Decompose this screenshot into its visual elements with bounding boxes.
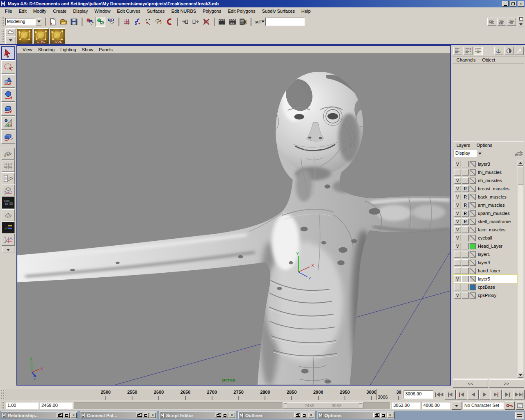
shelf-item-ctrl[interactable]: CTRL [33,28,49,44]
step-forward-key-button[interactable] [491,390,502,399]
layer-name[interactable]: Head_Layer [477,244,517,249]
layer-row[interactable]: thi_muscles [454,168,517,176]
menu-create[interactable]: Create [50,8,70,14]
make-live-button[interactable] [164,17,174,27]
layer-color-swatch[interactable] [470,284,476,290]
channel-layout-1-button[interactable] [453,47,462,55]
layer-visibility-toggle[interactable]: V [454,202,461,208]
layer-row[interactable]: VHead_Layer [454,242,517,250]
menu-set-selector[interactable]: Modeling [5,18,42,25]
layer-row[interactable]: Vlayer3 [454,160,517,168]
maximize-button[interactable] [510,1,516,7]
new-scene-button[interactable] [48,17,58,27]
menu-edit-nurbs[interactable]: Edit NURBS [168,8,200,14]
layer-color-swatch[interactable] [470,202,476,208]
rotate-tool-button[interactable] [1,88,15,102]
object-menu[interactable]: Object [479,57,498,62]
shelf-menu-button[interactable] [5,37,16,44]
select-tool-button[interactable] [1,46,15,60]
maximize-button[interactable] [301,413,307,418]
layer-visibility-toggle[interactable]: V [454,185,461,192]
toolbar-grip[interactable] [1,16,4,27]
menu-subdiv-surfaces[interactable]: Subdiv Surfaces [259,8,298,14]
layer-display-type-toggle[interactable] [462,235,469,241]
close-button[interactable]: × [71,413,77,418]
restore-button[interactable] [57,413,63,418]
layout-single-perspective-button[interactable] [2,148,15,160]
range-slider-handle[interactable]: 2459 3053 [283,402,363,409]
layer-row[interactable]: layer1 [454,250,517,258]
layer-name[interactable]: layer1 [477,252,517,257]
layer-row[interactable]: Vface_muscles [454,226,517,234]
move-tool-button[interactable] [1,74,15,88]
show-manipulator-tool-button[interactable] [1,116,15,130]
layer-display-type-toggle[interactable]: R [462,185,469,192]
close-button[interactable]: × [308,413,314,418]
layout-graph-editor-button[interactable] [2,234,15,246]
menu-edit-curves[interactable]: Edit Curves [114,8,144,14]
step-back-frame-button[interactable] [445,390,456,399]
layer-mode-selector[interactable]: Display [454,150,483,157]
menu-modify[interactable]: Modify [30,8,50,14]
toolbar-window-button[interactable] [518,16,524,21]
snap-to-surfaces-button[interactable] [154,17,164,27]
layer-display-type-toggle[interactable] [462,251,469,258]
layer-color-swatch[interactable] [470,194,476,200]
layer-color-swatch[interactable] [470,178,476,184]
range-slider-grip[interactable] [1,402,4,410]
layout-hypershade-persp-button[interactable] [2,197,15,209]
layer-color-swatch[interactable] [470,268,476,274]
layer-color-swatch[interactable] [470,219,476,225]
layer-visibility-toggle[interactable] [454,251,461,258]
current-frame-field[interactable]: 3006.00 [404,390,433,399]
viewport-menu-panels[interactable]: Panels [96,47,116,52]
layer-name[interactable]: cpsProxy [477,293,517,298]
minimized-window-outliner[interactable]: Outliner × [238,411,315,419]
animation-end-field[interactable]: 4000.00 [422,402,450,409]
layer-visibility-toggle[interactable]: V [454,210,461,217]
menu-help[interactable]: Help [298,8,314,14]
show-channel-box-button[interactable] [507,18,516,26]
channel-layout-3-button[interactable] [474,47,483,55]
layer-list-scrollbar[interactable] [518,160,523,378]
quick-select-input[interactable] [265,18,305,26]
layer-name[interactable]: hand_layer [477,268,517,273]
auto-keyframe-button[interactable] [505,402,515,410]
step-back-key-button[interactable] [456,390,467,399]
layer-display-type-toggle[interactable] [462,243,469,249]
layer-visibility-toggle[interactable]: V [454,194,461,200]
layer-display-type-toggle[interactable] [462,267,469,274]
layer-color-swatch[interactable] [470,276,476,282]
maximize-button[interactable] [222,413,228,418]
layout-four-view-button[interactable] [2,160,15,172]
layout-persp-outliner-button[interactable] [2,172,15,184]
layer-visibility-toggle[interactable]: V [454,177,461,184]
maximize-button[interactable] [143,413,149,418]
restore-button[interactable] [294,413,300,418]
output-connections-button[interactable] [191,17,201,27]
show-attribute-editor-button[interactable] [487,18,496,26]
layer-display-type-toggle[interactable]: R [462,194,469,200]
shelf-item-tool[interactable]: TOOL [50,28,65,44]
manip-speed-button[interactable] [515,47,524,55]
3d-scene[interactable]: y x z y x z persp [17,53,450,385]
command-line-toggle-button[interactable] [515,412,524,419]
layer-display-type-toggle[interactable]: R [462,202,469,208]
playback-end-field[interactable]: 3053.00 [392,402,420,409]
menu-surfaces[interactable]: Surfaces [144,8,168,14]
layer-visibility-toggle[interactable] [454,259,461,266]
layer-name[interactable]: layer3 [477,162,517,167]
layer-name[interactable]: layer4 [477,260,517,265]
layer-row-selected[interactable]: Vlayer5 [454,275,517,283]
layer-display-type-toggle[interactable] [462,177,469,184]
scroll-up-button[interactable] [518,160,523,166]
minimized-window-options[interactable]: Options × [317,411,395,419]
animation-start-field[interactable]: 1.00 [6,402,39,409]
layer-visibility-toggle[interactable]: V [454,161,461,167]
menu-display[interactable]: Display [70,8,91,14]
scroll-down-button[interactable] [518,372,523,378]
snap-to-points-button[interactable] [143,17,153,27]
character-set-dropdown-button[interactable] [452,402,461,410]
layer-color-swatch[interactable] [470,169,476,176]
minimize-button[interactable] [502,1,509,7]
